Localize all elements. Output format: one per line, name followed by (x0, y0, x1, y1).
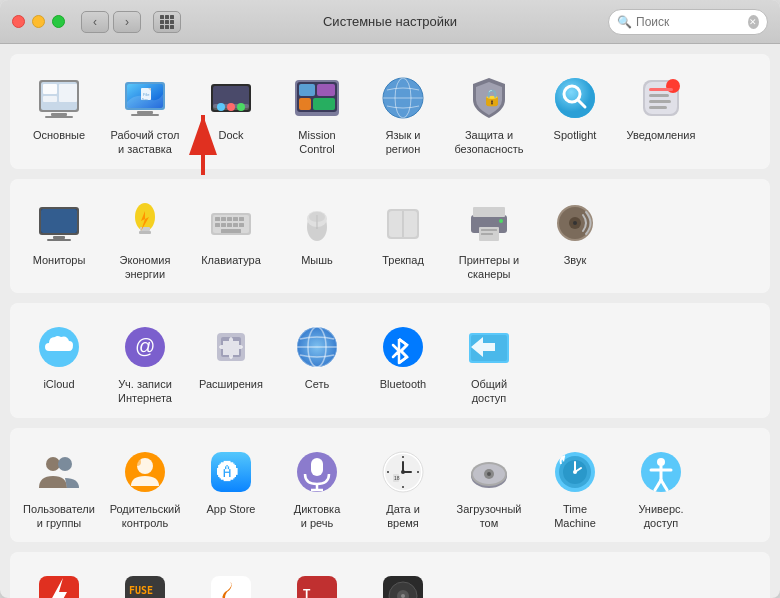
svg-rect-11 (43, 84, 57, 94)
section-hardware: Мониторы Экономияэнергии (10, 179, 770, 294)
svg-point-124 (401, 470, 405, 474)
icon-label-mouse: Мышь (301, 253, 333, 267)
icon-item-desktop[interactable]: File New Рабочий столи заставка (104, 66, 186, 161)
svg-rect-54 (41, 209, 77, 233)
icon-item-monitors[interactable]: Мониторы (18, 191, 100, 286)
icon-item-accounts[interactable]: @ Уч. записиИнтернета (104, 315, 186, 410)
icon-label-timemachine: TimeMachine (554, 502, 596, 531)
icon-item-sound[interactable]: Звук (534, 191, 616, 286)
search-clear-button[interactable]: ✕ (748, 15, 759, 29)
svg-rect-85 (481, 233, 493, 235)
icon-item-network[interactable]: Сеть (276, 315, 358, 410)
icon-item-java[interactable]: Java (190, 564, 272, 598)
minimize-button[interactable] (32, 15, 45, 28)
svg-point-131 (487, 472, 491, 476)
grid-button[interactable] (153, 11, 181, 33)
icon-label-mission: MissionControl (298, 128, 335, 157)
svg-rect-0 (160, 15, 164, 19)
svg-rect-15 (45, 116, 73, 118)
close-button[interactable] (12, 15, 25, 28)
icon-item-users[interactable]: Пользователии группы (18, 440, 100, 535)
icon-item-extensions[interactable]: Расширения (190, 315, 272, 410)
icon-item-fuse[interactable]: FUSE for OSX FUSE for OS X (104, 564, 186, 598)
icon-item-parental[interactable]: Родительскийконтроль (104, 440, 186, 535)
icon-label-printers: Принтеры исканеры (459, 253, 520, 282)
svg-point-28 (217, 103, 225, 111)
svg-rect-66 (233, 217, 238, 221)
svg-text:🔒: 🔒 (482, 88, 502, 107)
svg-rect-68 (215, 223, 220, 227)
icon-item-printers[interactable]: Принтеры исканеры (448, 191, 530, 286)
icon-item-spotlight[interactable]: Spotlight (534, 66, 616, 161)
icon-item-icloud[interactable]: iCloud (18, 315, 100, 410)
svg-point-90 (573, 221, 577, 225)
svg-rect-4 (165, 20, 169, 24)
icon-label-network: Сеть (305, 377, 329, 391)
section2-grid: Мониторы Экономияэнергии (18, 191, 762, 286)
svg-rect-34 (317, 84, 335, 96)
icon-label-sharing: Общийдоступ (471, 377, 507, 406)
svg-rect-48 (649, 88, 673, 91)
icon-item-language[interactable]: Язык ирегион (362, 66, 444, 161)
search-icon: 🔍 (617, 15, 632, 29)
svg-rect-51 (649, 106, 667, 109)
forward-button[interactable]: › (113, 11, 141, 33)
maximize-button[interactable] (52, 15, 65, 28)
svg-rect-73 (221, 229, 241, 233)
icon-label-language: Язык ирегион (386, 128, 421, 157)
icon-item-universal[interactable]: Универс.доступ (620, 440, 702, 535)
icon-item-trackpad[interactable]: Трекпад (362, 191, 444, 286)
icon-label-universal: Универс.доступ (638, 502, 683, 531)
icon-item-bluetooth[interactable]: Bluetooth (362, 315, 444, 410)
icon-item-security[interactable]: 🔒 Защита ибезопасность (448, 66, 530, 161)
icon-label-parental: Родительскийконтроль (110, 502, 181, 531)
icon-item-datetime[interactable]: 18 Дата ивремя (362, 440, 444, 535)
svg-rect-20 (131, 114, 159, 116)
icon-label-appstore: App Store (207, 502, 256, 516)
back-button[interactable]: ‹ (81, 11, 109, 33)
icon-item-appstore[interactable]: 🅐 App Store (190, 440, 272, 535)
icon-label-bluetooth: Bluetooth (380, 377, 426, 391)
icon-item-mouse[interactable]: Мышь (276, 191, 358, 286)
icon-item-osnovy[interactable]: Основные (18, 66, 100, 161)
icon-label-dock: Dock (218, 128, 243, 142)
svg-text:File: File (143, 92, 150, 97)
icon-item-startup[interactable]: Загрузочныйтом (448, 440, 530, 535)
icon-item-timemachine[interactable]: TimeMachine (534, 440, 616, 535)
svg-rect-5 (170, 20, 174, 24)
icon-item-energy[interactable]: Экономияэнергии (104, 191, 186, 286)
icon-item-dictation[interactable]: Диктовкаи речь (276, 440, 358, 535)
icon-item-keyboard[interactable]: Клавиатура (190, 191, 272, 286)
svg-rect-55 (53, 236, 65, 239)
section-internet: iCloud @ Уч. записиИнтернета (10, 303, 770, 418)
search-bar[interactable]: 🔍 ✕ (608, 9, 768, 35)
icon-item-tuxera[interactable]: T NTFS Tuxera NTFS (276, 564, 358, 598)
content-area: Основные (0, 44, 780, 598)
svg-point-86 (499, 219, 503, 223)
svg-text:FUSE: FUSE (129, 585, 153, 596)
svg-rect-82 (473, 207, 505, 217)
search-input[interactable] (636, 15, 748, 29)
icon-item-notifications[interactable]: Уведомления (620, 66, 702, 161)
svg-rect-65 (227, 217, 232, 221)
icon-label-osnovy: Основные (33, 128, 85, 142)
icon-item-dock[interactable]: Dock (190, 66, 272, 161)
icon-label-desktop: Рабочий столи заставка (110, 128, 179, 157)
section1-grid: Основные (18, 66, 762, 161)
icon-item-sharing[interactable]: Общийдоступ (448, 315, 530, 410)
svg-rect-49 (649, 94, 669, 97)
svg-rect-63 (215, 217, 220, 221)
svg-rect-56 (47, 239, 71, 241)
icon-label-users: Пользователии группы (23, 502, 95, 531)
icon-item-mission[interactable]: MissionControl (276, 66, 358, 161)
svg-point-77 (309, 212, 325, 222)
svg-rect-19 (137, 111, 153, 114)
svg-rect-71 (233, 223, 238, 227)
icon-label-accounts: Уч. записиИнтернета (118, 377, 172, 406)
icon-item-vox[interactable]: VOX Vox (362, 564, 444, 598)
svg-rect-1 (165, 15, 169, 19)
svg-text:New: New (142, 98, 149, 102)
icon-item-flash[interactable]: Flash Player (18, 564, 100, 598)
svg-rect-8 (170, 25, 174, 29)
icon-label-dictation: Диктовкаи речь (294, 502, 341, 531)
